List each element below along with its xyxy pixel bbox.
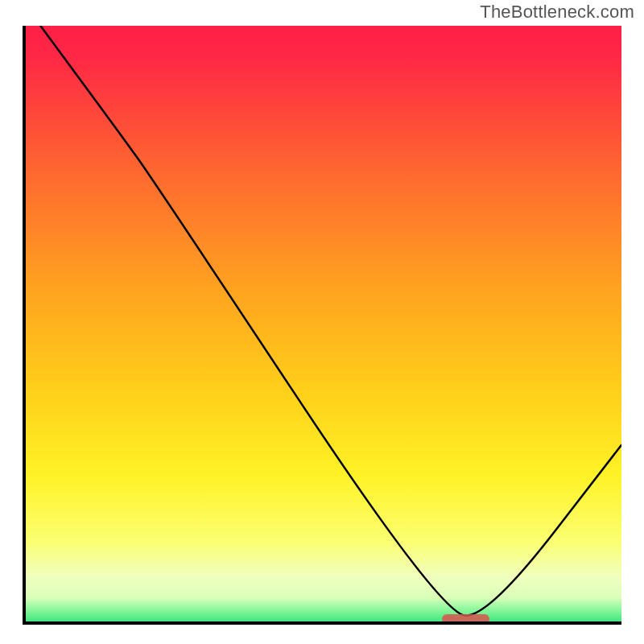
watermark-text: TheBottleneck.com (480, 2, 634, 23)
curve-path (40, 26, 621, 616)
bottleneck-curve (23, 26, 621, 625)
plot-area (23, 26, 621, 625)
optimal-marker (442, 614, 490, 624)
chart-container: TheBottleneck.com (0, 0, 644, 644)
